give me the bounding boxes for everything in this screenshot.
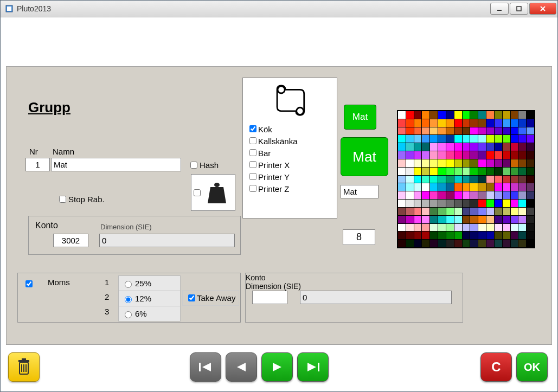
color-swatch[interactable] bbox=[478, 183, 486, 191]
color-swatch[interactable] bbox=[503, 200, 510, 207]
konto2-input[interactable] bbox=[252, 291, 287, 304]
color-swatch[interactable] bbox=[470, 176, 478, 183]
color-swatch[interactable] bbox=[438, 135, 446, 143]
color-swatch[interactable] bbox=[470, 240, 478, 247]
color-swatch[interactable] bbox=[486, 168, 494, 175]
color-swatch[interactable] bbox=[478, 111, 486, 119]
color-swatch[interactable] bbox=[486, 127, 494, 135]
color-swatch[interactable] bbox=[406, 168, 414, 175]
color-swatch[interactable] bbox=[470, 151, 478, 159]
color-swatch[interactable] bbox=[398, 216, 406, 223]
color-swatch[interactable] bbox=[430, 119, 438, 127]
color-swatch[interactable] bbox=[414, 232, 422, 239]
moms-option[interactable]: 12% bbox=[118, 291, 181, 306]
color-swatch[interactable] bbox=[398, 111, 406, 119]
color-swatch[interactable] bbox=[422, 224, 429, 232]
printer-item[interactable]: Kallskänka bbox=[247, 136, 332, 146]
color-swatch[interactable] bbox=[503, 224, 510, 232]
color-swatch[interactable] bbox=[438, 208, 446, 215]
color-swatch[interactable] bbox=[527, 143, 534, 151]
color-swatch[interactable] bbox=[518, 200, 526, 207]
color-swatch[interactable] bbox=[463, 159, 470, 167]
color-swatch[interactable] bbox=[438, 183, 446, 191]
color-swatch[interactable] bbox=[511, 200, 518, 207]
color-swatch[interactable] bbox=[398, 191, 406, 199]
color-swatch[interactable] bbox=[422, 216, 429, 223]
color-swatch[interactable] bbox=[463, 111, 470, 119]
color-swatch[interactable] bbox=[527, 168, 534, 175]
color-swatch[interactable] bbox=[430, 159, 438, 167]
color-swatch[interactable] bbox=[527, 159, 534, 167]
color-swatch[interactable] bbox=[503, 240, 510, 247]
color-swatch[interactable] bbox=[495, 168, 502, 175]
color-swatch[interactable] bbox=[454, 224, 462, 232]
color-swatch[interactable] bbox=[406, 119, 414, 127]
color-swatch[interactable] bbox=[438, 232, 446, 239]
color-swatch[interactable] bbox=[422, 143, 429, 151]
color-swatch[interactable] bbox=[398, 151, 406, 159]
color-swatch[interactable] bbox=[527, 191, 534, 199]
ok-button[interactable]: OK bbox=[516, 352, 548, 382]
color-swatch[interactable] bbox=[463, 176, 470, 183]
color-swatch[interactable] bbox=[518, 159, 526, 167]
color-swatch[interactable] bbox=[406, 176, 414, 183]
color-swatch[interactable] bbox=[438, 216, 446, 223]
color-swatch[interactable] bbox=[486, 200, 494, 207]
next-button[interactable] bbox=[261, 352, 293, 382]
color-swatch[interactable] bbox=[495, 208, 502, 215]
color-swatch[interactable] bbox=[478, 168, 486, 175]
color-swatch[interactable] bbox=[470, 127, 478, 135]
color-swatch[interactable] bbox=[478, 135, 486, 143]
color-swatch[interactable] bbox=[422, 159, 429, 167]
color-swatch[interactable] bbox=[495, 183, 502, 191]
color-swatch[interactable] bbox=[438, 240, 446, 247]
color-swatch[interactable] bbox=[406, 159, 414, 167]
color-swatch[interactable] bbox=[486, 216, 494, 223]
stop-rab-checkbox[interactable]: Stop Rab. bbox=[57, 194, 105, 204]
color-swatch[interactable] bbox=[495, 159, 502, 167]
color-swatch[interactable] bbox=[398, 224, 406, 232]
color-swatch[interactable] bbox=[503, 168, 510, 175]
color-swatch[interactable] bbox=[463, 135, 470, 143]
color-swatch[interactable] bbox=[478, 224, 486, 232]
color-swatch[interactable] bbox=[422, 240, 429, 247]
color-swatch[interactable] bbox=[430, 216, 438, 223]
color-swatch[interactable] bbox=[470, 168, 478, 175]
color-swatch[interactable] bbox=[527, 232, 534, 239]
color-swatch[interactable] bbox=[470, 216, 478, 223]
color-swatch[interactable] bbox=[518, 240, 526, 247]
color-swatch[interactable] bbox=[527, 240, 534, 247]
color-swatch[interactable] bbox=[486, 191, 494, 199]
color-swatch[interactable] bbox=[430, 208, 438, 215]
color-swatch[interactable] bbox=[486, 224, 494, 232]
color-swatch[interactable] bbox=[518, 151, 526, 159]
color-swatch[interactable] bbox=[518, 119, 526, 127]
color-swatch[interactable] bbox=[422, 127, 429, 135]
nr-input[interactable] bbox=[25, 158, 50, 171]
color-swatch[interactable] bbox=[454, 232, 462, 239]
color-swatch[interactable] bbox=[446, 240, 454, 247]
color-swatch[interactable] bbox=[414, 151, 422, 159]
maximize-button[interactable] bbox=[510, 3, 528, 15]
color-swatch[interactable] bbox=[414, 159, 422, 167]
color-swatch[interactable] bbox=[511, 127, 518, 135]
color-swatch[interactable] bbox=[511, 151, 518, 159]
color-swatch[interactable] bbox=[511, 240, 518, 247]
color-swatch[interactable] bbox=[454, 119, 462, 127]
color-swatch[interactable] bbox=[527, 200, 534, 207]
color-swatch[interactable] bbox=[486, 183, 494, 191]
color-swatch[interactable] bbox=[518, 176, 526, 183]
color-swatch[interactable] bbox=[486, 159, 494, 167]
color-swatch[interactable] bbox=[486, 135, 494, 143]
printer-item[interactable]: Kök bbox=[247, 124, 332, 134]
color-swatch[interactable] bbox=[398, 200, 406, 207]
color-swatch[interactable] bbox=[495, 119, 502, 127]
color-swatch[interactable] bbox=[518, 183, 526, 191]
color-swatch[interactable] bbox=[486, 176, 494, 183]
color-swatch[interactable] bbox=[414, 143, 422, 151]
color-swatch[interactable] bbox=[398, 208, 406, 215]
color-swatch[interactable] bbox=[463, 240, 470, 247]
color-swatch[interactable] bbox=[438, 119, 446, 127]
color-swatch[interactable] bbox=[495, 111, 502, 119]
cancel-button[interactable]: C bbox=[480, 352, 512, 382]
